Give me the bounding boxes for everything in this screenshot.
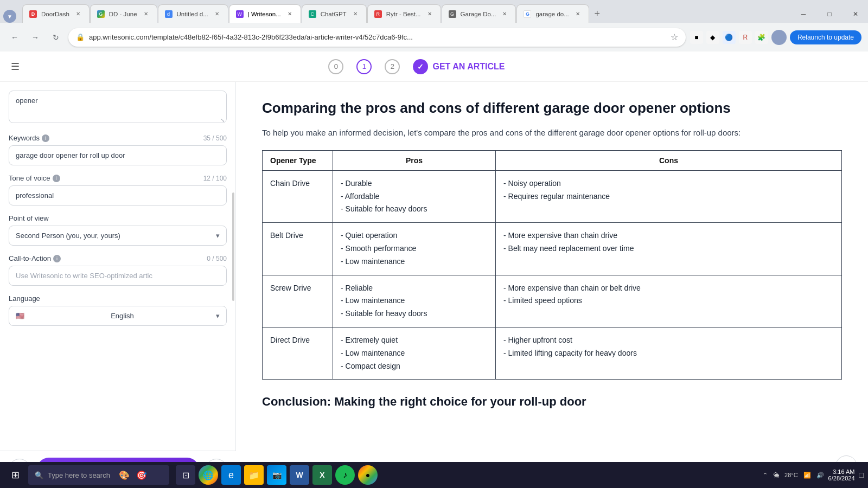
bookmark-icon[interactable]: ☆ — [671, 32, 678, 42]
row-cons-screw: - More expensive than chain or belt driv… — [496, 275, 842, 327]
taskbar-date: 6/28/2024 — [828, 475, 855, 481]
taskbar-task-view[interactable]: ⊡ — [176, 465, 195, 485]
back-nav-button[interactable]: ← — [7, 29, 23, 46]
taskbar-temperature: 28°C — [784, 472, 798, 478]
relaunch-button[interactable]: Relaunch to update — [790, 30, 861, 44]
ext-icon-4[interactable]: R — [739, 31, 752, 44]
topic-textarea[interactable]: opener — [9, 91, 227, 123]
tab-close-untitled[interactable]: ✕ — [213, 10, 221, 18]
cta-info-icon[interactable]: i — [53, 255, 61, 262]
header-center: 0 1 2 ✓ GET AN ARTICLE — [328, 59, 505, 74]
tab-close-rytr[interactable]: ✕ — [425, 10, 434, 18]
ext-icon-1[interactable]: ■ — [690, 31, 703, 44]
row-pros-chain: - Durable- Affordable- Suitable for heav… — [333, 170, 496, 222]
maximize-button[interactable]: □ — [817, 5, 842, 23]
tab-close-chatgpt[interactable]: ✕ — [351, 10, 360, 18]
row-type-chain: Chain Drive — [263, 170, 333, 222]
taskbar-sound-icon: 🔊 — [816, 472, 824, 479]
tab-chatgpt[interactable]: C ChatGPT ✕ — [302, 4, 367, 23]
window-controls: ─ □ ✕ — [791, 5, 868, 23]
step-1: 1 — [356, 59, 372, 74]
address-bar-row: ← → ↻ 🔒 app.writesonic.com/template/c48e… — [0, 23, 868, 52]
content-title: Comparing the pros and cons of different… — [262, 99, 842, 118]
tab-close-google[interactable]: ✕ — [573, 10, 582, 18]
taskbar-chrome2[interactable]: ● — [358, 465, 378, 485]
table-row: Chain Drive - Durable- Affordable- Suita… — [263, 170, 842, 222]
taskbar-weather: 🌦 — [773, 472, 779, 478]
ext-icon-2[interactable]: ◆ — [706, 31, 719, 44]
tab-rytr[interactable]: R Rytr - Best... ✕ — [367, 4, 441, 23]
minimize-button[interactable]: ─ — [791, 5, 816, 23]
ext-icon-3[interactable]: 🔵 — [723, 31, 736, 44]
tab-untitled-doc[interactable]: d Untitled d... ✕ — [158, 4, 228, 23]
sidebar: opener ⤡ Keywords i 35 / 500 Tone of voi… — [0, 82, 236, 451]
tab-google[interactable]: G garage do... ✕ — [516, 4, 589, 23]
start-button[interactable]: ⊞ — [4, 464, 26, 486]
url-text: app.writesonic.com/template/c48efb82-f65… — [89, 33, 666, 41]
taskbar-time: 3:16 AM — [828, 468, 855, 475]
keywords-info-icon[interactable]: i — [42, 134, 49, 142]
taskbar-search-box[interactable]: 🔍 Type here to search 🎨 🎯 — [28, 465, 169, 485]
row-type-belt: Belt Drive — [263, 223, 333, 275]
taskbar-notification[interactable]: □ — [859, 471, 864, 479]
row-pros-direct: - Extremely quiet- Low maintenance- Comp… — [333, 327, 496, 379]
taskbar-search-placeholder: Type here to search — [48, 471, 110, 479]
taskbar-explorer[interactable]: 📁 — [244, 465, 264, 485]
taskbar-chrome[interactable]: 🌐 — [199, 465, 218, 485]
pov-dropdown[interactable]: Second Person (you, your, yours) ▾ — [9, 226, 227, 246]
row-cons-belt: - More expensive than chain drive- Belt … — [496, 223, 842, 275]
content-area: Comparing the pros and cons of different… — [236, 82, 868, 488]
cta-input[interactable] — [9, 266, 227, 286]
keywords-field-group: Keywords i 35 / 500 — [9, 134, 227, 165]
menu-button[interactable]: ☰ — [11, 61, 20, 73]
sidebar-scrollbar[interactable] — [232, 192, 234, 301]
taskbar-app-icons: ⊡ 🌐 e 📁 📷 W X ♪ ● — [176, 465, 378, 485]
ext-icon-5[interactable]: 🧩 — [755, 31, 768, 44]
keywords-input[interactable] — [9, 145, 227, 165]
taskbar-word[interactable]: W — [290, 465, 309, 485]
tone-field-group: Tone of voice i 12 / 100 — [9, 174, 227, 206]
topic-field-group: opener ⤡ — [9, 91, 227, 125]
table-header-type: Opener Type — [263, 150, 333, 170]
tab-close-garage[interactable]: ✕ — [500, 10, 509, 18]
new-tab-button[interactable]: + — [590, 6, 605, 21]
pov-dropdown-arrow: ▾ — [216, 232, 220, 240]
profile-icon[interactable]: ▼ — [3, 10, 16, 23]
comparison-table: Opener Type Pros Cons Chain Drive - Dura… — [262, 150, 842, 380]
tab-garage-do[interactable]: G Garage Do... ✕ — [442, 4, 516, 23]
table-row: Screw Drive - Reliable- Low maintenance-… — [263, 275, 842, 327]
taskbar-up-arrow[interactable]: ⌃ — [763, 472, 768, 479]
taskbar-clock[interactable]: 3:16 AM 6/28/2024 — [828, 468, 855, 481]
step-indicator: 0 1 2 — [328, 59, 400, 74]
cta-label: Call-to-Action i 0 / 500 — [9, 254, 227, 262]
pov-field-group: Point of view Second Person (you, your, … — [9, 214, 227, 246]
flag-icon: 🇺🇸 — [16, 312, 24, 320]
tone-label: Tone of voice i 12 / 100 — [9, 174, 227, 182]
taskbar-photos[interactable]: 📷 — [267, 465, 286, 485]
row-pros-screw: - Reliable- Low maintenance- Suitable fo… — [333, 275, 496, 327]
app-header: ☰ 0 1 2 ✓ GET AN ARTICLE — [0, 52, 868, 82]
language-dropdown[interactable]: 🇺🇸 English ▾ — [9, 306, 227, 326]
taskbar-edge[interactable]: e — [221, 465, 241, 485]
tone-info-icon[interactable]: i — [53, 175, 60, 182]
address-bar[interactable]: 🔒 app.writesonic.com/template/c48efb82-f… — [68, 28, 686, 47]
taskbar-spotify[interactable]: ♪ — [335, 465, 355, 485]
tab-close-dd-june[interactable]: ✕ — [142, 10, 150, 18]
tab-writesonic[interactable]: W | Writeson... ✕ — [229, 4, 301, 23]
row-type-direct: Direct Drive — [263, 327, 333, 379]
profile-avatar[interactable] — [771, 30, 787, 45]
tab-bar: ▼ D DoorDash ✕ G DD - June ✕ d Untitled … — [0, 0, 868, 23]
taskbar-system-tray: ⌃ 🌦 28°C 📶 🔊 — [763, 472, 824, 479]
tab-dd-june[interactable]: G DD - June ✕ — [90, 4, 157, 23]
tone-input[interactable] — [9, 185, 227, 206]
tab-doordash[interactable]: D DoorDash ✕ — [22, 4, 90, 23]
reload-button[interactable]: ↻ — [48, 29, 64, 46]
get-article-button[interactable]: ✓ GET AN ARTICLE — [413, 59, 505, 74]
forward-nav-button[interactable]: → — [27, 29, 43, 46]
tab-close-writesonic[interactable]: ✕ — [285, 10, 294, 18]
taskbar-excel[interactable]: X — [312, 465, 332, 485]
table-header-pros: Pros — [333, 150, 496, 170]
close-button[interactable]: ✕ — [843, 5, 868, 23]
taskbar: ⊞ 🔍 Type here to search 🎨 🎯 ⊡ 🌐 e 📁 📷 W … — [0, 462, 868, 488]
tab-close-doordash[interactable]: ✕ — [74, 10, 82, 18]
